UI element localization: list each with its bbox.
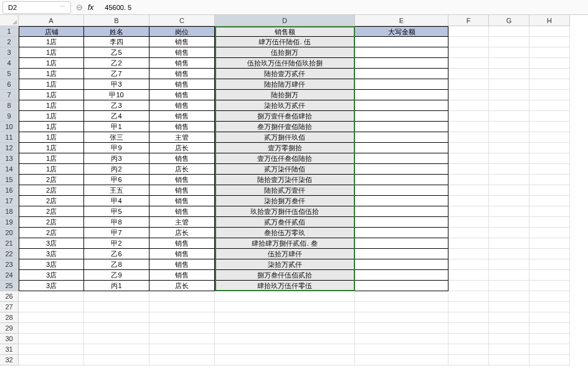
chevron-down-icon[interactable]: ﹀ xyxy=(60,3,65,11)
column-header-F[interactable]: F xyxy=(448,15,489,26)
cell-B16[interactable]: 王五 xyxy=(84,185,149,196)
cell-D30[interactable] xyxy=(215,334,355,344)
cell-B6[interactable]: 甲3 xyxy=(84,79,149,90)
cell-D6[interactable]: 陆拾陆万肆仟 xyxy=(215,79,355,90)
row-header[interactable]: 3 xyxy=(0,47,19,58)
cell-D9[interactable]: 捌万壹仟叁佰肆拾 xyxy=(215,111,355,122)
cell-F16[interactable] xyxy=(448,185,489,196)
cell-E14[interactable] xyxy=(355,164,448,175)
cell-G19[interactable] xyxy=(489,217,529,228)
cell-B17[interactable]: 甲4 xyxy=(84,196,149,206)
cell-D22[interactable]: 伍拾万肆仟 xyxy=(215,249,355,259)
cell-C17[interactable]: 销售 xyxy=(149,196,215,206)
cell-H7[interactable] xyxy=(529,90,570,100)
cell-D3[interactable]: 伍拾捌万 xyxy=(215,47,355,58)
cell-A29[interactable] xyxy=(19,323,84,334)
cell-A7[interactable]: 1店 xyxy=(19,90,84,100)
cell-F9[interactable] xyxy=(448,111,489,122)
cell-G25[interactable] xyxy=(489,281,529,291)
cell-H5[interactable] xyxy=(529,69,570,79)
cell-F4[interactable] xyxy=(448,58,489,69)
cell-H17[interactable] xyxy=(529,196,570,206)
cell-G22[interactable] xyxy=(489,249,529,259)
cell-D4[interactable]: 伍拾玖万伍仟陆佰玖拾捌 xyxy=(215,58,355,69)
cell-D24[interactable]: 捌万叁仟伍佰贰拾 xyxy=(215,270,355,281)
cell-B9[interactable]: 乙4 xyxy=(84,111,149,122)
cell-H23[interactable] xyxy=(529,259,570,270)
cell-E3[interactable] xyxy=(355,47,448,58)
cell-C30[interactable] xyxy=(149,334,215,344)
cell-E10[interactable] xyxy=(355,122,448,132)
cell-B15[interactable]: 甲6 xyxy=(84,175,149,185)
select-all-corner[interactable] xyxy=(0,15,19,26)
cell-A31[interactable] xyxy=(19,344,84,355)
cell-C1[interactable]: 岗位 xyxy=(149,26,215,37)
column-header-G[interactable]: G xyxy=(489,15,529,26)
cell-A10[interactable]: 1店 xyxy=(19,122,84,132)
row-header[interactable]: 22 xyxy=(0,249,19,259)
cell-D1[interactable]: 销售额 xyxy=(215,26,355,37)
row-header[interactable]: 8 xyxy=(0,100,19,111)
cell-F13[interactable] xyxy=(448,153,489,164)
cell-H22[interactable] xyxy=(529,249,570,259)
cell-G4[interactable] xyxy=(489,58,529,69)
cell-E4[interactable] xyxy=(355,58,448,69)
cell-B18[interactable]: 甲5 xyxy=(84,206,149,217)
cell-G7[interactable] xyxy=(489,90,529,100)
column-header-D[interactable]: D xyxy=(215,15,355,26)
cell-D15[interactable]: 陆拾壹万柒仟柒佰 xyxy=(215,175,355,185)
cell-G31[interactable] xyxy=(489,344,529,355)
row-header[interactable]: 6 xyxy=(0,79,19,90)
cell-H31[interactable] xyxy=(529,344,570,355)
cell-A2[interactable]: 1店 xyxy=(19,37,84,47)
cell-A11[interactable]: 1店 xyxy=(19,132,84,143)
column-header-E[interactable]: E xyxy=(355,15,448,26)
cell-G26[interactable] xyxy=(489,291,529,302)
cell-E2[interactable] xyxy=(355,37,448,47)
cell-D32[interactable] xyxy=(215,355,355,365)
cell-H14[interactable] xyxy=(529,164,570,175)
cell-C15[interactable]: 销售 xyxy=(149,175,215,185)
cell-E26[interactable] xyxy=(355,291,448,302)
cell-G17[interactable] xyxy=(489,196,529,206)
cell-H32[interactable] xyxy=(529,355,570,365)
cell-C14[interactable]: 店长 xyxy=(149,164,215,175)
row-header[interactable]: 30 xyxy=(0,334,19,344)
cell-F11[interactable] xyxy=(448,132,489,143)
cell-B23[interactable]: 乙8 xyxy=(84,259,149,270)
cell-B20[interactable]: 甲7 xyxy=(84,228,149,238)
cell-G27[interactable] xyxy=(489,302,529,312)
cell-B27[interactable] xyxy=(84,302,149,312)
cell-F5[interactable] xyxy=(448,69,489,79)
cell-F12[interactable] xyxy=(448,143,489,153)
row-header[interactable]: 10 xyxy=(0,122,19,132)
cell-F27[interactable] xyxy=(448,302,489,312)
cell-G1[interactable] xyxy=(489,26,529,37)
row-header[interactable]: 15 xyxy=(0,175,19,185)
cell-F22[interactable] xyxy=(448,249,489,259)
cell-B24[interactable]: 乙9 xyxy=(84,270,149,281)
cell-C18[interactable]: 销售 xyxy=(149,206,215,217)
cell-C20[interactable]: 店长 xyxy=(149,228,215,238)
cell-B19[interactable]: 甲8 xyxy=(84,217,149,228)
cell-G32[interactable] xyxy=(489,355,529,365)
cell-C21[interactable]: 销售 xyxy=(149,238,215,249)
cell-B3[interactable]: 乙5 xyxy=(84,47,149,58)
cell-G23[interactable] xyxy=(489,259,529,270)
cell-G14[interactable] xyxy=(489,164,529,175)
cell-F32[interactable] xyxy=(448,355,489,365)
cell-D18[interactable]: 玖拾壹万捌仟伍佰伍拾 xyxy=(215,206,355,217)
cell-G12[interactable] xyxy=(489,143,529,153)
cell-E24[interactable] xyxy=(355,270,448,281)
cell-F10[interactable] xyxy=(448,122,489,132)
cell-D31[interactable] xyxy=(215,344,355,355)
cell-E1[interactable]: 大写金额 xyxy=(355,26,448,37)
cell-G24[interactable] xyxy=(489,270,529,281)
cell-B12[interactable]: 甲9 xyxy=(84,143,149,153)
cell-E28[interactable] xyxy=(355,312,448,323)
cell-C3[interactable]: 销售 xyxy=(149,47,215,58)
cell-D5[interactable]: 陆拾壹万贰仟 xyxy=(215,69,355,79)
cell-E23[interactable] xyxy=(355,259,448,270)
cell-D14[interactable]: 贰万柒仟陆佰 xyxy=(215,164,355,175)
row-header[interactable]: 29 xyxy=(0,323,19,334)
